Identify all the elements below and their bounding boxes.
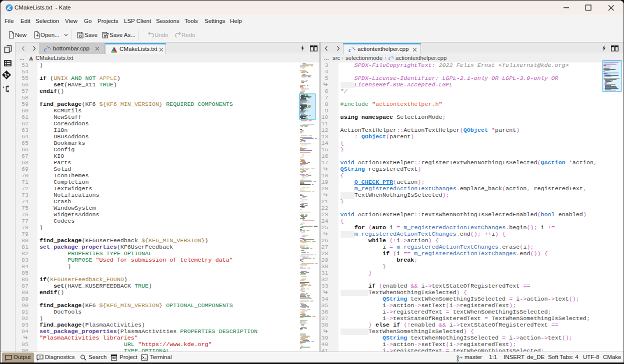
svg-text:c: c — [348, 46, 352, 53]
svg-text:c: c — [44, 46, 47, 52]
svg-text:c: c — [388, 56, 391, 61]
